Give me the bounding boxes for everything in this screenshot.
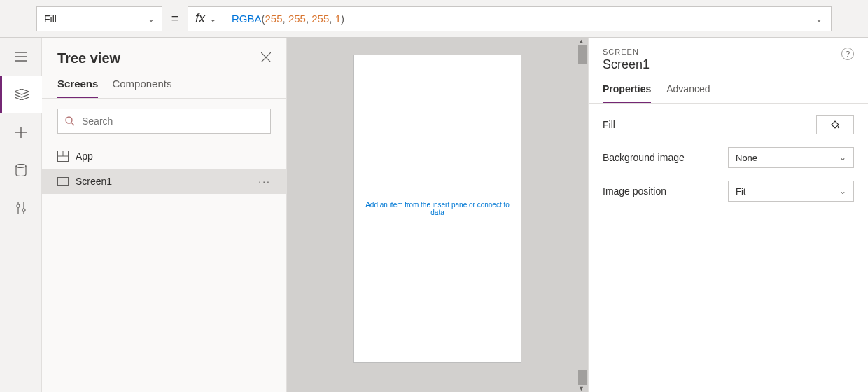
canvas-scrollbar[interactable]: ▲ ▼ xyxy=(578,38,587,392)
tree-view-button[interactable] xyxy=(0,76,42,113)
paint-bucket-icon xyxy=(830,119,841,130)
fx-label: fx xyxy=(195,11,205,26)
property-selector-value: Fill xyxy=(44,13,57,24)
app-icon xyxy=(57,150,69,162)
tree-item-label: Screen1 xyxy=(76,176,112,187)
select-value: Fit xyxy=(736,186,746,197)
properties-panel: SCREEN Screen1 ? Properties Advanced Fil… xyxy=(588,38,868,392)
tools-button[interactable] xyxy=(0,189,42,227)
sliders-icon xyxy=(15,202,27,214)
data-button[interactable] xyxy=(0,151,42,189)
fx-button[interactable]: fx ⌄ xyxy=(188,6,223,31)
image-position-select[interactable]: Fit ⌄ xyxy=(728,181,854,202)
scroll-down-icon: ▼ xyxy=(578,385,587,392)
object-type-label: SCREEN xyxy=(603,48,650,56)
tree-view-title: Tree view xyxy=(57,50,120,66)
svg-point-8 xyxy=(17,204,20,207)
tree-list: App Screen1 ··· xyxy=(42,144,286,392)
prop-row-background: Background image None ⌄ xyxy=(603,147,854,168)
svg-point-10 xyxy=(22,209,25,211)
search-icon xyxy=(65,116,75,126)
screen-icon xyxy=(57,177,69,186)
svg-marker-3 xyxy=(15,89,29,94)
scroll-up-icon: ▲ xyxy=(578,38,587,45)
prop-row-position: Image position Fit ⌄ xyxy=(603,181,854,202)
insert-button[interactable] xyxy=(0,113,42,151)
svg-point-13 xyxy=(66,117,72,123)
chevron-down-icon: ⌄ xyxy=(839,153,846,162)
close-button[interactable] xyxy=(261,51,271,66)
tree-item-app[interactable]: App xyxy=(42,144,286,169)
svg-rect-18 xyxy=(58,178,69,186)
layers-icon xyxy=(15,89,29,100)
plus-icon xyxy=(15,127,27,138)
left-rail xyxy=(0,38,42,392)
object-name: Screen1 xyxy=(603,57,650,72)
canvas-hint: Add an item from the insert pane or conn… xyxy=(354,201,521,216)
svg-line-14 xyxy=(71,122,74,125)
prop-row-fill: Fill xyxy=(603,115,854,134)
fill-color-button[interactable] xyxy=(816,115,854,134)
help-button[interactable]: ? xyxy=(841,48,854,60)
tree-item-screen1[interactable]: Screen1 ··· xyxy=(42,169,286,194)
props-tabs: Properties Advanced xyxy=(589,78,868,104)
tab-properties[interactable]: Properties xyxy=(603,83,651,103)
canvas-area: Add an item from the insert pane or conn… xyxy=(287,38,588,392)
property-selector[interactable]: Fill ⌄ xyxy=(36,6,162,31)
formula-input[interactable]: RGBA(255, 255, 255, 1) ⌄ xyxy=(223,6,832,31)
tree-view-panel: Tree view Screens Components App Sc xyxy=(42,38,287,392)
formula-bar: Fill ⌄ = fx ⌄ RGBA(255, 255, 255, 1) ⌄ xyxy=(0,0,868,38)
search-field[interactable] xyxy=(82,115,263,127)
prop-label: Image position xyxy=(603,186,666,197)
hamburger-button[interactable] xyxy=(0,38,42,76)
tree-tabs: Screens Components xyxy=(42,71,286,99)
chevron-down-icon: ⌄ xyxy=(148,14,155,24)
more-button[interactable]: ··· xyxy=(258,176,271,187)
chevron-down-icon[interactable]: ⌄ xyxy=(816,14,822,24)
search-input[interactable] xyxy=(57,108,271,134)
svg-point-6 xyxy=(16,164,26,168)
equals-label: = xyxy=(162,11,188,26)
tab-components[interactable]: Components xyxy=(112,78,172,98)
chevron-down-icon: ⌄ xyxy=(209,14,216,24)
canvas-screen[interactable]: Add an item from the insert pane or conn… xyxy=(354,55,522,363)
select-value: None xyxy=(736,153,757,163)
scroll-thumb[interactable] xyxy=(578,370,587,385)
prop-label: Fill xyxy=(603,119,615,130)
prop-label: Background image xyxy=(603,152,685,163)
background-image-select[interactable]: None ⌄ xyxy=(728,147,854,168)
hamburger-icon xyxy=(15,52,27,62)
tree-item-label: App xyxy=(76,150,93,162)
chevron-down-icon: ⌄ xyxy=(839,186,846,196)
formula-text: RGBA(255, 255, 255, 1) xyxy=(232,13,344,24)
tab-screens[interactable]: Screens xyxy=(57,78,98,98)
close-icon xyxy=(261,52,271,62)
tab-advanced[interactable]: Advanced xyxy=(666,83,710,103)
database-icon xyxy=(15,164,27,176)
scroll-thumb[interactable] xyxy=(578,45,587,64)
